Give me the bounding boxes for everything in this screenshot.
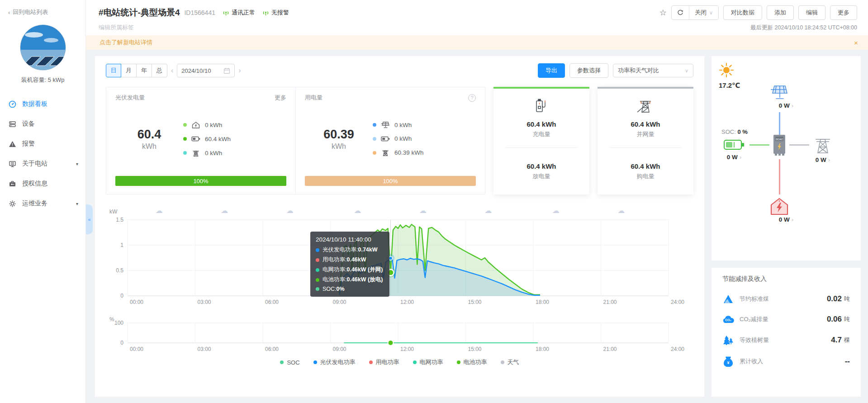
range-tab[interactable]: 年 — [137, 64, 152, 77]
prev-date-button[interactable]: ‹ — [171, 66, 173, 75]
sidebar-item-label: 授权信息 — [22, 180, 47, 188]
chart-toolbar: 日月年总 ‹ 2024/10/10 › 导出 参数选择 功率和天气对比 ∨ — [106, 63, 693, 78]
discharge-value: 60.4 kWh — [526, 162, 556, 170]
legend-item[interactable]: 天气 — [501, 358, 519, 366]
load-detail-arrow[interactable]: › — [792, 216, 794, 223]
legend-item[interactable]: 光伏发电功率 — [313, 358, 356, 366]
savings-rows: 节约标准煤0.02吨CO₂CO₂减排量0.06吨等效植树量4.7棵¥累计收入-- — [722, 294, 850, 367]
grid-tower-icon — [637, 98, 654, 114]
battery-detail-arrow[interactable]: › — [740, 154, 742, 161]
svg-text:CO₂: CO₂ — [725, 318, 731, 322]
series-dot — [316, 287, 319, 291]
grid-detail-arrow[interactable]: › — [828, 156, 830, 163]
sidebar-item-label: 关于电站 — [22, 160, 47, 168]
sidebar-item-label: 运维业务 — [22, 199, 47, 208]
legend-item[interactable]: 电池功率 — [457, 358, 487, 366]
svg-text:☁: ☁ — [286, 207, 294, 214]
svg-text:18:00: 18:00 — [536, 346, 549, 352]
energy-item-value: 60.4 kWh — [205, 136, 231, 142]
tower-icon — [381, 149, 390, 156]
favorite-star-icon[interactable]: ☆ — [659, 9, 667, 17]
legend-item[interactable]: 用电功率 — [369, 358, 399, 366]
sidebar-collapse-tab[interactable]: « — [86, 204, 93, 234]
sidebar-item-label: 报警 — [22, 140, 35, 148]
sidebar-item[interactable]: 运维业务▾ — [0, 194, 85, 213]
calendar-icon — [223, 67, 230, 74]
savings-value: 0.06 — [827, 315, 842, 324]
back-to-plant-list[interactable]: ‹ 回到电站列表 — [0, 8, 85, 16]
compare-data-button[interactable]: 对比数据 — [723, 5, 762, 20]
legend-item[interactable]: 电网功率 — [413, 358, 443, 366]
savings-label: 等效植树量 — [740, 336, 769, 344]
param-select-button[interactable]: 参数选择 — [569, 63, 608, 78]
pv-more-link[interactable]: 更多 — [275, 94, 286, 102]
range-tab[interactable]: 月 — [121, 64, 137, 77]
power-weather-chart[interactable]: kW☁☁☁☁☁☁☁☁1.510.5000:0003:0006:0009:0012… — [106, 206, 689, 314]
range-tab[interactable]: 日 — [106, 64, 121, 77]
soc-chart[interactable]: %100000:0003:0006:0009:0012:0015:0018:00… — [106, 316, 689, 354]
savings-label: 累计收入 — [740, 357, 763, 365]
chevron-down-icon: ∨ — [685, 68, 688, 74]
savings-unit: 棵 — [844, 336, 850, 344]
discharge-label: 放电量 — [533, 172, 550, 180]
sidebar-item-label: 设备 — [22, 120, 35, 128]
legend-item[interactable]: SOC — [280, 358, 299, 366]
export-button[interactable]: 导出 — [538, 63, 565, 78]
sidebar-item[interactable]: 设备 — [0, 114, 85, 134]
sidebar-item[interactable]: 数据看板 — [0, 94, 85, 114]
energy-item-value: 0 kWh — [205, 122, 222, 128]
svg-text:21:00: 21:00 — [603, 299, 617, 305]
page-header: #电站统计-典型场景4 ID1566441 通讯正常 无报警 ☆ — [86, 0, 868, 35]
energy-item-value: 0 kWh — [394, 135, 412, 142]
svg-text:09:00: 09:00 — [332, 299, 346, 305]
compare-mode-select[interactable]: 功率和天气对比 ∨ — [613, 64, 693, 77]
consumption-total-value: 60.39 — [305, 128, 373, 142]
range-tab[interactable]: 总 — [152, 64, 167, 77]
refresh-button[interactable] — [672, 7, 689, 19]
series-dot — [316, 278, 319, 282]
close-dropdown-button[interactable]: 关闭 ∨ — [689, 6, 718, 19]
edit-button[interactable]: 编辑 — [798, 5, 825, 20]
back-label: 回到电站列表 — [13, 8, 48, 16]
load-house-icon — [770, 197, 789, 215]
refresh-icon — [677, 9, 683, 16]
tree-icon — [722, 335, 734, 345]
edit-tags-link[interactable]: 编辑所属标签 — [99, 24, 134, 32]
comm-status-label: 通讯正常 — [232, 9, 255, 17]
grid-flow-line — [789, 144, 809, 146]
notice-close-icon[interactable]: × — [854, 39, 858, 47]
tooltip-row: 光伏发电功率:0.74kW — [316, 246, 384, 254]
plant-id: ID1566441 — [184, 9, 215, 16]
savings-label: CO₂减排量 — [740, 315, 768, 323]
stats-row: 光伏发电量 更多 60.4 kWh 0 kWh60.4 kWh0 kWh 10 — [106, 87, 693, 194]
svg-text:kW: kW — [109, 209, 118, 215]
series-dot — [316, 248, 319, 252]
add-button[interactable]: 添加 — [767, 5, 794, 20]
next-date-button[interactable]: › — [238, 66, 241, 75]
date-picker[interactable]: 2024/10/10 — [177, 64, 235, 77]
sidebar-item[interactable]: 关于电站▾ — [0, 154, 85, 174]
series-dot — [316, 268, 319, 272]
notice-bar: 点击了解新电站详情 × — [86, 35, 868, 50]
pv-generation-panel: 光伏发电量 更多 60.4 kWh 0 kWh60.4 kWh0 kWh 10 — [106, 87, 295, 194]
sidebar: ‹ 回到电站列表 装机容量: 5 kWp 数据看板设备报警关于电站▾ — [0, 0, 86, 403]
svg-text:☁: ☁ — [552, 207, 560, 214]
pv-detail-arrow[interactable]: › — [792, 102, 794, 109]
installed-capacity: 装机容量: 5 kWp — [0, 76, 85, 84]
signal-icon — [262, 10, 269, 16]
load-power-value: 0 W › — [711, 216, 861, 223]
svg-text:☁: ☁ — [221, 207, 228, 214]
help-icon[interactable]: ? — [468, 94, 476, 102]
sidebar-item[interactable]: 授权信息 — [0, 174, 85, 194]
svg-text:21:00: 21:00 — [603, 346, 617, 352]
svg-text:☁: ☁ — [617, 207, 625, 214]
legend-dot — [280, 360, 284, 364]
range-tabs: 日月年总 — [106, 64, 167, 77]
alarm-status-label: 无报警 — [271, 9, 289, 17]
caret-down-icon: ▾ — [76, 161, 78, 166]
sidebar-item[interactable]: 报警 — [0, 134, 85, 154]
more-button[interactable]: 更多 — [830, 5, 857, 20]
pv-title: 光伏发电量 — [115, 94, 145, 102]
notice-link[interactable]: 点击了解新电站详情 — [100, 38, 152, 47]
savings-unit: 吨 — [844, 315, 850, 323]
